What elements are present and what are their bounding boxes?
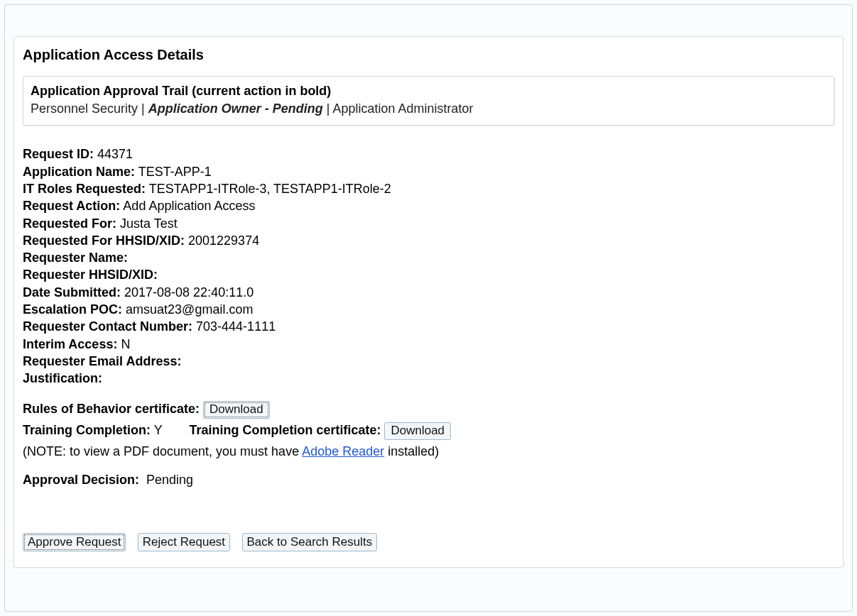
- label-request-id: Request ID:: [23, 147, 94, 161]
- approve-request-button[interactable]: Approve Request: [23, 533, 126, 551]
- pdf-note: (NOTE: to view a PDF document, you must …: [23, 442, 834, 461]
- approval-trail-title: Application Approval Trail (current acti…: [31, 82, 826, 100]
- rob-row: Rules of Behavior certificate: Download: [23, 399, 834, 419]
- request-details: Request ID: 44371 Application Name: TEST…: [23, 145, 834, 387]
- value-requester-contact: 703-444-1111: [196, 319, 275, 334]
- download-training-button[interactable]: Download: [384, 422, 451, 440]
- label-requester-contact: Requester Contact Number:: [23, 319, 192, 334]
- value-escalation-poc: amsuat23@gmail.com: [126, 302, 253, 317]
- reject-request-button[interactable]: Reject Request: [138, 533, 230, 551]
- label-date-submitted: Date Submitted:: [23, 285, 121, 299]
- label-training-cert: Training Completion certificate:: [189, 423, 381, 437]
- label-rob-cert: Rules of Behavior certificate:: [23, 402, 200, 416]
- label-escalation-poc: Escalation POC:: [23, 302, 122, 317]
- value-requested-for: Justa Test: [120, 216, 178, 231]
- value-request-id: 44371: [97, 147, 133, 161]
- value-approval-decision: Pending: [146, 473, 193, 487]
- back-to-search-button[interactable]: Back to Search Results: [242, 533, 378, 551]
- note-prefix: (NOTE: to view a PDF document, you must …: [23, 444, 302, 458]
- trail-step-current: Application Owner - Pending: [148, 101, 323, 116]
- label-interim-access: Interim Access:: [23, 337, 117, 351]
- adobe-reader-link[interactable]: Adobe Reader: [302, 444, 384, 458]
- label-it-roles: IT Roles Requested:: [23, 182, 146, 196]
- value-interim-access: N: [121, 337, 130, 351]
- value-request-action: Add Application Access: [123, 199, 255, 213]
- approval-trail-box: Application Approval Trail (current acti…: [23, 76, 834, 126]
- approval-decision-row: Approval Decision: Pending: [23, 473, 834, 488]
- trail-sep-2: |: [323, 101, 333, 116]
- outer-panel: Application Access Details Application A…: [4, 4, 853, 612]
- approval-trail-steps: Personnel Security | Application Owner -…: [31, 100, 826, 118]
- action-bar: Approve Request Reject Request Back to S…: [23, 533, 834, 551]
- label-requested-for-id: Requested For HHSID/XID:: [23, 233, 185, 248]
- card-title: Application Access Details: [23, 47, 834, 63]
- label-request-action: Request Action:: [23, 199, 120, 213]
- value-date-submitted: 2017-08-08 22:40:11.0: [124, 285, 253, 299]
- value-training-completion: Y: [154, 423, 163, 437]
- label-requester-email: Requester Email Address:: [23, 354, 181, 368]
- value-it-roles: TESTAPP1-ITRole-3, TESTAPP1-ITRole-2: [149, 182, 391, 196]
- label-requested-for: Requested For:: [23, 216, 116, 231]
- trail-step-1: Personnel Security: [31, 101, 138, 116]
- label-requester-id: Requester HHSID/XID:: [23, 268, 158, 282]
- value-app-name: TEST-APP-1: [138, 165, 212, 179]
- note-suffix: installed): [384, 444, 439, 458]
- label-justification: Justification:: [23, 371, 102, 385]
- label-approval-decision: Approval Decision:: [23, 473, 139, 487]
- details-card: Application Access Details Application A…: [13, 36, 844, 568]
- label-training-completion: Training Completion:: [23, 423, 151, 437]
- training-row: Training Completion: Y Training Completi…: [23, 420, 834, 441]
- label-requester-name: Requester Name:: [23, 251, 128, 265]
- trail-sep-1: |: [138, 101, 148, 116]
- trail-step-3: Application Administrator: [332, 101, 473, 116]
- value-requested-for-id: 2001229374: [188, 233, 259, 248]
- label-app-name: Application Name:: [23, 165, 135, 179]
- download-rob-button[interactable]: Download: [203, 401, 270, 419]
